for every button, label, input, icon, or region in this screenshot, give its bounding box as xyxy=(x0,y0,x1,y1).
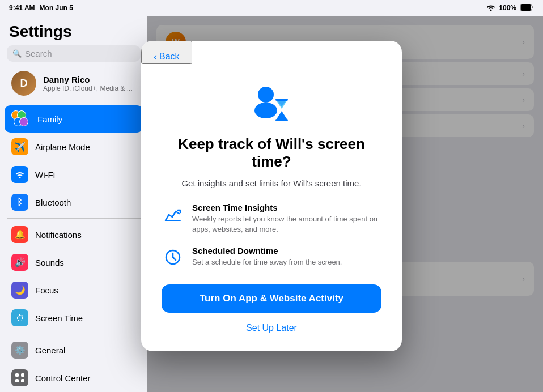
svg-point-6 xyxy=(258,87,274,103)
setup-later-button[interactable]: Set Up Later xyxy=(162,321,381,335)
insights-title: Screen Time Insights xyxy=(192,203,381,212)
feature-insights: Screen Time Insights Weekly reports let … xyxy=(162,203,381,235)
downtime-title: Scheduled Downtime xyxy=(192,246,381,255)
downtime-icon xyxy=(162,246,184,269)
svg-point-7 xyxy=(254,103,277,118)
back-button[interactable]: ‹ Back xyxy=(141,41,192,64)
feature-downtime: Scheduled Downtime Set a schedule for ti… xyxy=(162,246,381,269)
back-chevron-icon: ‹ xyxy=(154,51,157,63)
insights-desc: Weekly reports let you know the amount o… xyxy=(192,214,381,235)
back-label: Back xyxy=(159,52,180,62)
feature-list: Screen Time Insights Weekly reports let … xyxy=(162,203,381,269)
ipad-frame: 9:41 AM Mon Jun 5 100% xyxy=(0,0,543,392)
svg-rect-9 xyxy=(275,119,288,121)
turn-on-button[interactable]: Turn On App & Website Activity xyxy=(162,284,381,313)
insights-icon xyxy=(162,203,184,225)
modal-title: Keep track of Will's screen time? xyxy=(162,135,381,171)
downtime-desc: Set a schedule for time away from the sc… xyxy=(192,257,381,267)
modal-overlay: ‹ Back xyxy=(0,0,543,392)
modal-subtitle: Get insights and set limits for Will's s… xyxy=(162,177,381,189)
screentime-person-icon xyxy=(249,84,294,124)
modal-dialog: ‹ Back xyxy=(141,41,402,352)
modal-content: Keep track of Will's screen time? Get in… xyxy=(141,64,402,352)
modal-icon-area xyxy=(162,84,381,124)
downtime-text: Scheduled Downtime Set a schedule for ti… xyxy=(192,246,381,267)
svg-rect-8 xyxy=(275,99,288,101)
insights-text: Screen Time Insights Weekly reports let … xyxy=(192,203,381,235)
